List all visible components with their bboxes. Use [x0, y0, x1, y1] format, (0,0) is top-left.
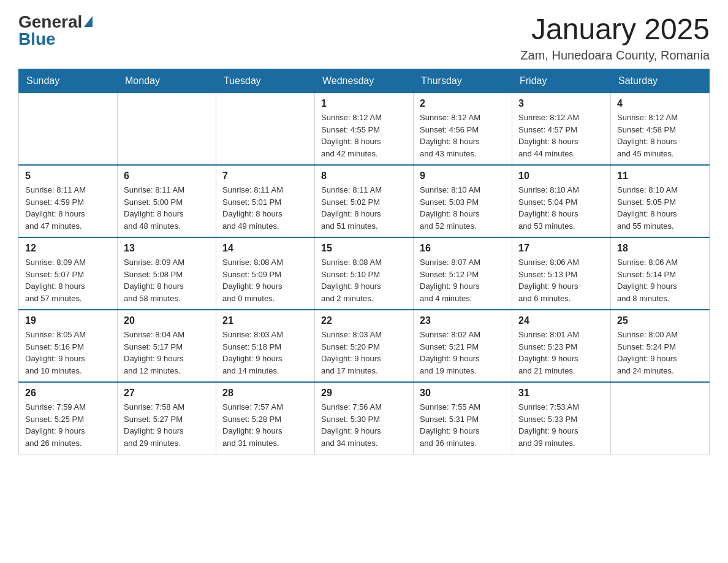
calendar-cell: 23Sunrise: 8:02 AM Sunset: 5:21 PM Dayli… — [414, 310, 512, 382]
day-number: 31 — [518, 388, 604, 399]
day-number: 29 — [321, 388, 407, 399]
calendar-table: Sunday Monday Tuesday Wednesday Thursday… — [18, 69, 710, 454]
calendar-cell: 15Sunrise: 8:08 AM Sunset: 5:10 PM Dayli… — [315, 237, 414, 310]
page-header: General Blue January 2025 Zam, Hunedoara… — [18, 12, 710, 63]
calendar-cell: 13Sunrise: 8:09 AM Sunset: 5:08 PM Dayli… — [118, 237, 216, 310]
calendar-cell — [216, 93, 315, 166]
day-number: 18 — [617, 243, 703, 254]
calendar-cell: 28Sunrise: 7:57 AM Sunset: 5:28 PM Dayli… — [216, 382, 315, 454]
calendar-week-4: 19Sunrise: 8:05 AM Sunset: 5:16 PM Dayli… — [19, 310, 710, 382]
day-info: Sunrise: 7:58 AM Sunset: 5:27 PM Dayligh… — [124, 401, 210, 449]
calendar-cell: 20Sunrise: 8:04 AM Sunset: 5:17 PM Dayli… — [118, 310, 216, 382]
day-number: 6 — [124, 170, 210, 182]
calendar-cell: 24Sunrise: 8:01 AM Sunset: 5:23 PM Dayli… — [512, 310, 611, 382]
day-number: 25 — [617, 315, 703, 326]
title-area: January 2025 Zam, Hunedoara County, Roma… — [520, 12, 710, 63]
header-tuesday: Tuesday — [216, 69, 315, 93]
day-info: Sunrise: 8:12 AM Sunset: 4:55 PM Dayligh… — [321, 112, 407, 159]
day-info: Sunrise: 8:05 AM Sunset: 5:16 PM Dayligh… — [25, 329, 111, 377]
day-info: Sunrise: 8:00 AM Sunset: 5:24 PM Dayligh… — [617, 329, 703, 377]
day-info: Sunrise: 8:11 AM Sunset: 5:01 PM Dayligh… — [222, 184, 308, 232]
day-info: Sunrise: 8:01 AM Sunset: 5:23 PM Dayligh… — [518, 329, 604, 377]
calendar-cell: 9Sunrise: 8:10 AM Sunset: 5:03 PM Daylig… — [414, 165, 512, 237]
day-info: Sunrise: 7:56 AM Sunset: 5:30 PM Dayligh… — [321, 401, 407, 449]
day-number: 30 — [420, 388, 506, 399]
logo: General Blue — [18, 12, 93, 49]
day-number: 14 — [222, 243, 308, 254]
calendar-cell: 18Sunrise: 8:06 AM Sunset: 5:14 PM Dayli… — [611, 237, 710, 310]
day-info: Sunrise: 8:10 AM Sunset: 5:03 PM Dayligh… — [420, 184, 506, 232]
day-number: 20 — [124, 315, 210, 326]
day-info: Sunrise: 8:03 AM Sunset: 5:20 PM Dayligh… — [321, 329, 407, 377]
calendar-cell: 21Sunrise: 8:03 AM Sunset: 5:18 PM Dayli… — [216, 310, 315, 382]
day-number: 17 — [518, 243, 604, 254]
calendar-cell: 4Sunrise: 8:12 AM Sunset: 4:58 PM Daylig… — [611, 93, 710, 166]
day-info: Sunrise: 8:04 AM Sunset: 5:17 PM Dayligh… — [124, 329, 210, 377]
calendar-cell: 11Sunrise: 8:10 AM Sunset: 5:05 PM Dayli… — [611, 165, 710, 237]
calendar-cell: 27Sunrise: 7:58 AM Sunset: 5:27 PM Dayli… — [118, 382, 216, 454]
day-number: 9 — [420, 170, 506, 182]
calendar-cell — [19, 93, 118, 166]
day-info: Sunrise: 8:09 AM Sunset: 5:07 PM Dayligh… — [25, 256, 111, 304]
day-number: 16 — [420, 243, 506, 254]
day-number: 12 — [25, 243, 111, 254]
calendar-cell: 19Sunrise: 8:05 AM Sunset: 5:16 PM Dayli… — [19, 310, 118, 382]
day-number: 15 — [321, 243, 407, 254]
day-info: Sunrise: 7:57 AM Sunset: 5:28 PM Dayligh… — [222, 401, 308, 449]
day-info: Sunrise: 8:06 AM Sunset: 5:13 PM Dayligh… — [518, 256, 604, 304]
day-number: 5 — [25, 170, 111, 182]
day-info: Sunrise: 8:12 AM Sunset: 4:57 PM Dayligh… — [518, 112, 604, 159]
day-info: Sunrise: 7:53 AM Sunset: 5:33 PM Dayligh… — [518, 401, 604, 449]
calendar-cell: 16Sunrise: 8:07 AM Sunset: 5:12 PM Dayli… — [414, 237, 512, 310]
day-info: Sunrise: 8:12 AM Sunset: 4:58 PM Dayligh… — [617, 112, 703, 159]
calendar-cell: 2Sunrise: 8:12 AM Sunset: 4:56 PM Daylig… — [414, 93, 512, 166]
day-info: Sunrise: 8:10 AM Sunset: 5:05 PM Dayligh… — [617, 184, 703, 232]
logo-blue-text: Blue — [18, 29, 56, 49]
day-number: 1 — [321, 98, 407, 109]
day-info: Sunrise: 8:08 AM Sunset: 5:09 PM Dayligh… — [222, 256, 308, 304]
day-number: 8 — [321, 170, 407, 182]
header-monday: Monday — [118, 69, 216, 93]
day-info: Sunrise: 8:10 AM Sunset: 5:04 PM Dayligh… — [518, 184, 604, 232]
calendar-week-2: 5Sunrise: 8:11 AM Sunset: 4:59 PM Daylig… — [19, 165, 710, 237]
day-info: Sunrise: 8:03 AM Sunset: 5:18 PM Dayligh… — [222, 329, 308, 377]
calendar-cell: 6Sunrise: 8:11 AM Sunset: 5:00 PM Daylig… — [118, 165, 216, 237]
day-number: 19 — [25, 315, 111, 326]
day-number: 2 — [420, 98, 506, 109]
header-thursday: Thursday — [414, 69, 512, 93]
calendar-week-5: 26Sunrise: 7:59 AM Sunset: 5:25 PM Dayli… — [19, 382, 710, 454]
day-number: 27 — [124, 388, 210, 399]
day-info: Sunrise: 8:11 AM Sunset: 5:02 PM Dayligh… — [321, 184, 407, 232]
day-number: 21 — [222, 315, 308, 326]
day-number: 7 — [222, 170, 308, 182]
location-text: Zam, Hunedoara County, Romania — [520, 48, 710, 63]
calendar-cell: 14Sunrise: 8:08 AM Sunset: 5:09 PM Dayli… — [216, 237, 315, 310]
calendar-cell: 3Sunrise: 8:12 AM Sunset: 4:57 PM Daylig… — [512, 93, 611, 166]
month-title: January 2025 — [520, 12, 710, 46]
calendar-cell: 1Sunrise: 8:12 AM Sunset: 4:55 PM Daylig… — [315, 93, 414, 166]
header-friday: Friday — [512, 69, 611, 93]
calendar-cell: 25Sunrise: 8:00 AM Sunset: 5:24 PM Dayli… — [611, 310, 710, 382]
day-info: Sunrise: 8:08 AM Sunset: 5:10 PM Dayligh… — [321, 256, 407, 304]
day-info: Sunrise: 8:12 AM Sunset: 4:56 PM Dayligh… — [420, 112, 506, 159]
day-number: 28 — [222, 388, 308, 399]
day-info: Sunrise: 8:02 AM Sunset: 5:21 PM Dayligh… — [420, 329, 506, 377]
day-number: 22 — [321, 315, 407, 326]
calendar-cell: 10Sunrise: 8:10 AM Sunset: 5:04 PM Dayli… — [512, 165, 611, 237]
calendar-cell: 17Sunrise: 8:06 AM Sunset: 5:13 PM Dayli… — [512, 237, 611, 310]
day-number: 11 — [617, 170, 703, 182]
header-sunday: Sunday — [19, 69, 118, 93]
calendar-header-row: Sunday Monday Tuesday Wednesday Thursday… — [19, 69, 710, 93]
calendar-week-1: 1Sunrise: 8:12 AM Sunset: 4:55 PM Daylig… — [19, 93, 710, 166]
calendar-cell: 31Sunrise: 7:53 AM Sunset: 5:33 PM Dayli… — [512, 382, 611, 454]
day-info: Sunrise: 8:07 AM Sunset: 5:12 PM Dayligh… — [420, 256, 506, 304]
day-info: Sunrise: 8:06 AM Sunset: 5:14 PM Dayligh… — [617, 256, 703, 304]
header-wednesday: Wednesday — [315, 69, 414, 93]
day-number: 24 — [518, 315, 604, 326]
day-number: 26 — [25, 388, 111, 399]
calendar-week-3: 12Sunrise: 8:09 AM Sunset: 5:07 PM Dayli… — [19, 237, 710, 310]
calendar-cell — [611, 382, 710, 454]
day-number: 23 — [420, 315, 506, 326]
calendar-cell — [118, 93, 216, 166]
day-info: Sunrise: 7:55 AM Sunset: 5:31 PM Dayligh… — [420, 401, 506, 449]
